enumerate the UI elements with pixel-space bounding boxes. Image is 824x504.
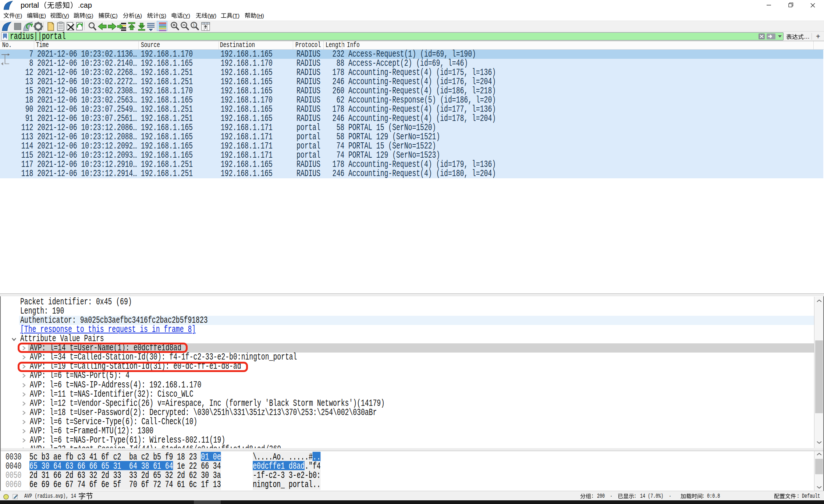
svg-text:1: 1 [193,23,195,27]
